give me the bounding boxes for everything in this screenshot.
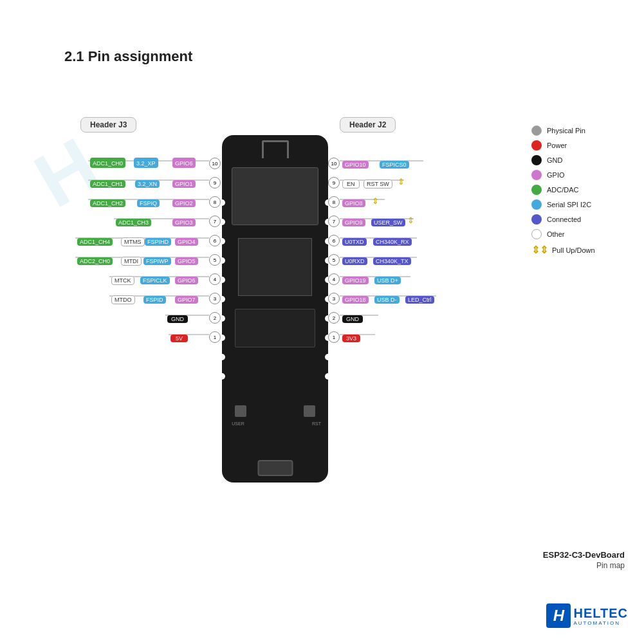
main-chip — [238, 238, 312, 296]
j3-p6-fspihd: FSPIHD — [145, 238, 171, 246]
j3-pinnum-2: 2 — [209, 312, 221, 324]
j3-p10-adc: ADC1_CH0 — [90, 158, 125, 168]
j2-pinnum-1: 1 — [328, 331, 340, 343]
j2-p3-usbdm: USB D- — [374, 296, 400, 304]
j2-p7-pull: ⇕ — [407, 216, 414, 226]
j2-p5-ch340tx: CH340K_TX — [373, 257, 411, 265]
pcb-board: USER RST — [222, 135, 328, 483]
j3-pin10-gpio: GPIO6 — [172, 158, 196, 168]
j3-p9-xn: 3.2_XN — [135, 180, 160, 188]
j3-pin9-adc: ADC1_CH1 — [90, 177, 125, 189]
j3-p4-fspiclk: FSPICLK — [140, 277, 170, 284]
j3-p9-gpio1: GPIO1 — [172, 180, 196, 188]
j3-p3-gpio7: GPIO7 — [175, 296, 198, 304]
j3-p7-gpio3: GPIO3 — [172, 219, 196, 226]
heltec-sub-name: AUTOMATION — [573, 620, 628, 626]
j2-p4-gpio19: GPIO19 — [342, 277, 369, 284]
j3-p6-gpio4: GPIO4 — [175, 238, 198, 246]
j2-p5-u0rxd: U0RXD — [342, 257, 367, 265]
j2-p1-3v3: 3V3 — [342, 335, 360, 342]
heltec-text-block: HELTEC AUTOMATION — [573, 606, 628, 626]
j3-p3-mtdo: MTDO — [111, 295, 135, 304]
j2-pinnum-7: 7 — [328, 216, 340, 227]
j2-p9-pull: ⇕ — [398, 177, 405, 187]
wifi-module — [232, 167, 318, 225]
header-j2-label: Header J2 — [340, 117, 396, 133]
legend-label-spi: Serial SPI I2C — [547, 201, 591, 208]
legend-label-pullupdown: Pull Up/Down — [552, 246, 595, 254]
components-area — [235, 309, 315, 347]
btn-rst — [304, 405, 315, 417]
j2-p8-gpio8: GPIO8 — [342, 199, 365, 207]
page-title: 2.1 Pin assignment — [64, 48, 192, 65]
j2-pinnum-10: 10 — [328, 158, 340, 169]
j3-pinnum-7: 7 — [209, 216, 221, 227]
j3-p3-fspid: FSPID — [143, 296, 166, 304]
pin-dot-r1 — [325, 373, 331, 380]
j3-pinnum-10: 10 — [209, 158, 221, 169]
pin-dot-r2 — [325, 354, 331, 360]
j3-p4-gpio6: GPIO6 — [175, 277, 198, 284]
j3-p6-adc4: ADC1_CH4 — [77, 238, 113, 246]
j2-pinnum-8: 8 — [328, 196, 340, 208]
j3-p5-mtdi: MTDI — [121, 257, 142, 266]
j2-pinnum-9: 9 — [328, 177, 340, 189]
j3-pinnum-9: 9 — [209, 177, 221, 189]
footer-info: ESP32-C3-DevBoard Pin map — [543, 550, 625, 570]
heltec-h-letter: H — [553, 607, 564, 625]
bottom-connectors — [235, 405, 315, 418]
j3-pin6-other: MTMS — [121, 235, 145, 247]
j3-p8-fspiq: FSPIQ — [137, 199, 160, 207]
usb-port — [257, 460, 293, 476]
j2-pinnum-5: 5 — [328, 254, 340, 266]
j2-p6-ch340rx: CH340K_RX — [373, 238, 412, 246]
j3-p7-adc3: ADC1_CH3 — [116, 219, 151, 226]
j3-p10-gpio6: GPIO6 — [172, 158, 196, 168]
j3-pinnum-1: 1 — [209, 331, 221, 343]
j2-pinnum-3: 3 — [328, 293, 340, 304]
antenna — [262, 140, 289, 158]
j2-p8-pull: ⇕ — [372, 196, 379, 207]
j3-pinnum-6: 6 — [209, 235, 221, 246]
heltec-h-box: H — [546, 603, 571, 628]
j3-pin6-gpio: GPIO4 — [175, 235, 198, 247]
j3-pin8-adc: ADC1_CH2 — [90, 196, 125, 208]
board-name: ESP32-C3-DevBoard — [543, 550, 625, 560]
heltec-brand-name: HELTEC — [573, 606, 628, 620]
j2-p7-gpio9: GPIO9 — [342, 219, 365, 226]
j2-p10-fspics0: FSPICS0 — [380, 161, 409, 169]
j3-pin7-gpio: GPIO3 — [172, 216, 196, 228]
j2-p10-gpio10: GPIO10 — [342, 161, 369, 169]
j3-p6-mtms: MTMS — [121, 237, 145, 246]
j2-pinnum-2: 2 — [328, 312, 340, 324]
j2-p9-rstsw: RST SW — [363, 179, 392, 189]
j3-pin10-adc: ADC1_CH0 — [90, 158, 125, 168]
j3-p8-gpio2: GPIO2 — [172, 199, 196, 207]
diagram-area: USER RST Header J3 Header J2 10 GPIO6 — [26, 97, 553, 515]
j2-pinnum-4: 4 — [328, 273, 340, 285]
j2-pinnum-6: 6 — [328, 235, 340, 246]
j3-pinnum-8: 8 — [209, 196, 221, 208]
j3-pin10-spi: 3.2_XP — [134, 158, 158, 168]
j2-p3-ledctrl: LED_Ctrl — [405, 296, 434, 304]
j2-p3-gpio18: GPIO18 — [342, 296, 369, 304]
j3-p2-gnd: GND — [167, 315, 188, 323]
j2-p6-u0txd: U0TXD — [342, 238, 367, 246]
pin-dot-l2 — [219, 354, 225, 360]
j3-p10-xp: 3.2_XP — [134, 158, 158, 168]
j2-p7-usersw: USER_SW — [371, 219, 405, 226]
j3-p8-adc: ADC1_CH2 — [90, 199, 125, 207]
rst-label: RST — [310, 421, 323, 426]
j3-pinnum-5: 5 — [209, 254, 221, 266]
pin-map-label: Pin map — [543, 561, 625, 570]
j3-p1-5v: 5V — [170, 335, 188, 342]
heltec-logo: H HELTEC AUTOMATION — [546, 603, 628, 628]
j3-p5-gpio5: GPIO5 — [175, 257, 198, 265]
j3-pin6-spi: FSPIHD — [145, 235, 171, 247]
j3-p9-adc: ADC1_CH1 — [90, 180, 125, 188]
j3-pin8-gpio: GPIO2 — [172, 196, 196, 208]
j3-pin7-adc: ADC1_CH3 — [116, 216, 151, 228]
j3-pin9-gpio: GPIO1 — [172, 177, 196, 189]
btn-user — [235, 405, 246, 417]
user-label: USER — [232, 421, 244, 426]
